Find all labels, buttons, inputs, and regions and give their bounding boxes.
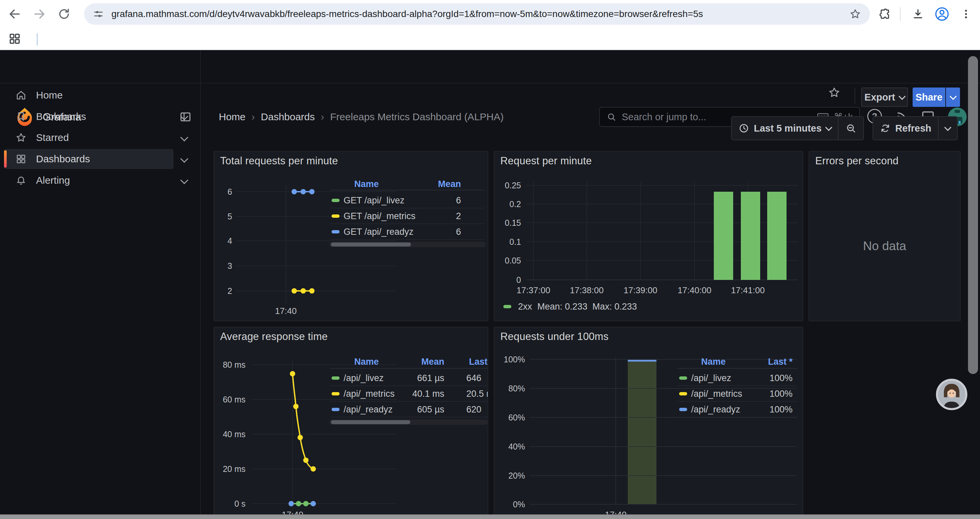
- legend-row-divider: [677, 417, 797, 417]
- x-tick: 17:37:00: [508, 285, 558, 295]
- legend-series-name[interactable]: /api/_readyz: [344, 404, 393, 414]
- chevron-down-icon[interactable]: [180, 176, 188, 184]
- y-tick: 0: [496, 275, 521, 285]
- legend-mean-value: 40.1 ms: [394, 389, 444, 399]
- zoom-out-button[interactable]: [838, 117, 863, 140]
- horizontal-scrollbar[interactable]: [0, 514, 980, 519]
- refresh-icon: [880, 123, 891, 134]
- bookmark-star-icon[interactable]: [849, 8, 861, 20]
- y-tick: 60 ms: [215, 394, 245, 404]
- browser-reload-button[interactable]: [54, 4, 74, 24]
- sidebar-item-alerting[interactable]: Alerting: [4, 170, 173, 190]
- chevron-down-icon[interactable]: [180, 133, 188, 141]
- legend-divider: [330, 190, 484, 190]
- y-tick: 0.25: [496, 180, 521, 190]
- legend-header-last[interactable]: Last *: [728, 357, 792, 367]
- site-settings-icon: [93, 8, 104, 20]
- sidebar-item-bookmarks[interactable]: Bookmarks: [4, 107, 173, 126]
- legend-row-divider: [330, 417, 488, 417]
- toolbar-divider: [900, 7, 900, 21]
- bookmarks-bar: Freeleaps 收藏博客: [0, 28, 980, 50]
- browser-back-button[interactable]: [5, 4, 25, 24]
- star-icon: [15, 132, 27, 143]
- series-swatch: [332, 408, 340, 411]
- legend-header-name[interactable]: Name: [354, 357, 379, 367]
- y-tick: 0.05: [496, 256, 521, 265]
- chevron-down-icon[interactable]: [180, 155, 188, 163]
- breadcrumb-current: Freeleaps Metrics Dashboard (ALPHA): [330, 111, 504, 123]
- screen: grafana.mathmast.com/d/deytv4rwavabkb/fr…: [0, 0, 980, 519]
- legend-series-name[interactable]: GET /api/_livez: [344, 195, 405, 205]
- export-button[interactable]: Export: [861, 88, 908, 107]
- panel-request-per-minute: Request per minute 0.25 0.2 0.15 0.1: [494, 151, 803, 321]
- refresh-interval-button[interactable]: [939, 117, 957, 140]
- legend-header-last[interactable]: Last *: [469, 357, 488, 367]
- legend-series-name[interactable]: GET /api/_readyz: [344, 227, 414, 237]
- page-scrollbar-thumb[interactable]: [968, 56, 978, 374]
- legend-series-name[interactable]: /api/_livez: [691, 373, 731, 383]
- panel-requests-under-100ms: Requests under 100ms 100% 80% 60% 40% 20…: [494, 327, 803, 519]
- x-tick: 17:40:00: [670, 285, 719, 295]
- sidebar-item-starred[interactable]: Starred: [4, 128, 173, 148]
- sidebar-item-home[interactable]: Home: [4, 85, 173, 105]
- favorite-dashboard-button[interactable]: [828, 86, 841, 99]
- legend-series-name[interactable]: GET /api/_metrics: [344, 211, 415, 221]
- x-tick: 17:39:00: [616, 285, 665, 295]
- star-outline-icon: [828, 86, 841, 99]
- profile-avatar-icon: [935, 7, 949, 21]
- sidebar-divider: [200, 50, 201, 514]
- share-menu-button[interactable]: [946, 88, 960, 107]
- x-tick: 17:40: [266, 306, 306, 316]
- bar-chart: [494, 327, 803, 519]
- chevron-down-icon: [944, 124, 951, 131]
- panel-title[interactable]: Errors per second: [815, 155, 899, 167]
- address-bar[interactable]: grafana.mathmast.com/d/deytv4rwavabkb/fr…: [84, 3, 870, 25]
- legend-max-stat: Max: 0.233: [592, 302, 637, 311]
- legend-last-value: 100%: [728, 389, 792, 399]
- assistant-avatar[interactable]: [936, 379, 967, 410]
- series-swatch: [332, 199, 340, 202]
- browser-toolbar: grafana.mathmast.com/d/deytv4rwavabkb/fr…: [0, 0, 980, 28]
- time-range-picker[interactable]: Last 5 minutes: [732, 117, 838, 140]
- sidebar-item-label: Alerting: [36, 175, 70, 186]
- refresh-controls: Refresh: [873, 116, 958, 140]
- y-tick: 0.2: [496, 199, 521, 209]
- actions-divider: [854, 88, 855, 104]
- legend-header-name[interactable]: Name: [354, 179, 379, 189]
- downloads-button[interactable]: [908, 4, 928, 24]
- y-tick: 80%: [496, 383, 525, 393]
- legend-row-divider: [330, 208, 484, 208]
- extensions-button[interactable]: [875, 4, 895, 24]
- apps-shortcut-button[interactable]: [8, 32, 21, 45]
- chart-canvas[interactable]: [494, 327, 803, 519]
- profile-button[interactable]: [932, 4, 952, 24]
- bookmark-icon: [15, 111, 27, 122]
- breadcrumb-home[interactable]: Home: [219, 111, 245, 123]
- share-button[interactable]: Share: [913, 88, 945, 107]
- browser-forward-button[interactable]: [29, 4, 49, 24]
- legend-series-name[interactable]: /api/_metrics: [344, 389, 395, 399]
- breadcrumb: Home › Dashboards › Freeleaps Metrics Da…: [219, 100, 504, 134]
- panel-errors-per-second: Errors per second No data: [808, 151, 961, 321]
- reload-icon: [58, 8, 70, 21]
- breadcrumb-dashboards[interactable]: Dashboards: [261, 111, 315, 123]
- breadcrumb-separator: ›: [321, 111, 324, 123]
- legend-scrollbar-thumb[interactable]: [331, 420, 410, 424]
- y-tick: 60%: [496, 412, 525, 423]
- series-swatch: [679, 408, 687, 411]
- legend-header-mean[interactable]: Mean: [414, 179, 461, 189]
- legend-header-name[interactable]: Name: [701, 357, 726, 367]
- y-tick: 20%: [496, 471, 525, 481]
- legend-series-name[interactable]: /api/_livez: [344, 373, 383, 383]
- browser-menu-button[interactable]: [956, 4, 976, 24]
- sidebar-item-dashboards[interactable]: Dashboards: [4, 149, 173, 169]
- home-icon: [15, 89, 27, 101]
- legend-scrollbar-thumb[interactable]: [331, 243, 411, 246]
- legend-series-value: 2: [414, 211, 461, 221]
- refresh-button[interactable]: Refresh: [873, 117, 938, 140]
- legend-series-name[interactable]: 2xx: [518, 302, 532, 311]
- chart-canvas[interactable]: [494, 152, 803, 321]
- header-divider: [0, 83, 980, 83]
- legend-header-mean[interactable]: Mean: [394, 357, 444, 367]
- series-swatch: [503, 305, 511, 308]
